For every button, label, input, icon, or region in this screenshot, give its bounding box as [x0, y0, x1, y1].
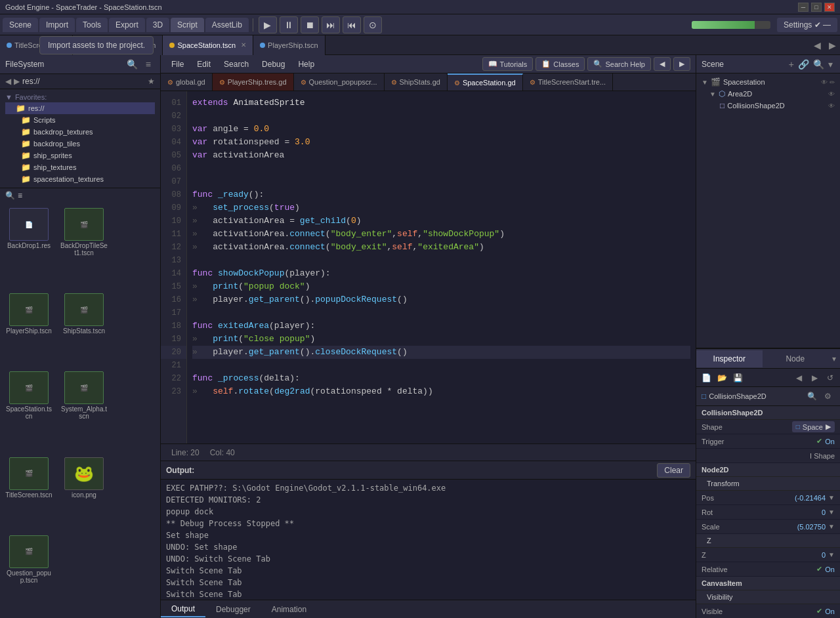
scene-node-area2d[interactable]: ▼ ⬡ Area2D 👁: [696, 88, 840, 100]
file-system-alpha-tscn[interactable]: 🎬 System_Alpha.tscn: [58, 369, 110, 451]
code-editor[interactable]: 01 02 03 04 05 06 07 08 09 10 11 12 13 1…: [161, 91, 696, 443]
pause-button[interactable]: ⏸: [280, 16, 298, 33]
step-over-button[interactable]: ⏭: [322, 16, 340, 33]
scene-add-button[interactable]: +: [787, 59, 796, 70]
file-icon-png[interactable]: 🐸 icon.png: [58, 455, 110, 530]
tab-dot-titlescreen: [7, 43, 12, 48]
code-line-9: » set_process(true): [192, 201, 690, 215]
tab-close-spacestation[interactable]: ✕: [241, 41, 246, 49]
scene-menu-tab[interactable]: Scene: [3, 18, 38, 32]
file-question-popup-tscn[interactable]: 🎬 Question_popup.tscn: [3, 533, 55, 615]
insp-history-button[interactable]: ↺: [823, 371, 837, 385]
list-view-icon[interactable]: ≡: [18, 191, 22, 200]
scene-menu-icon[interactable]: ▾: [826, 59, 835, 70]
file-tab-titlescreen[interactable]: ⚙ TitleScreenStart.tre...: [523, 73, 614, 91]
minimize-button[interactable]: ─: [798, 3, 808, 12]
nav-forward-button[interactable]: ▶: [673, 57, 690, 71]
insp-prev-button[interactable]: ◀: [791, 371, 806, 385]
inspector-more-button[interactable]: ▾: [828, 354, 840, 363]
tab-playership[interactable]: PlayerShip.tscn: [253, 35, 325, 55]
file-menu-item[interactable]: File: [166, 57, 189, 72]
tab-spacestation[interactable]: SpaceStation.tscn ✕: [163, 35, 253, 55]
tools-menu-tab[interactable]: Tools: [76, 18, 108, 32]
inspector-tab-inspector[interactable]: Inspector: [696, 350, 763, 367]
node-vis-spacestation[interactable]: 👁 ✏: [821, 79, 835, 86]
folder-ship-sprites[interactable]: 📁 ship_sprites: [5, 150, 155, 161]
file-titlescreen-tscn[interactable]: 🎬 TitleScreen.tscn: [3, 455, 55, 530]
classes-button[interactable]: 📋 Classes: [536, 57, 585, 71]
shape-dropdown[interactable]: □ Space ▶: [792, 421, 835, 432]
folder-backdrop-textures[interactable]: 📁 backdrop_textures: [5, 126, 155, 138]
filesystem-list-icon[interactable]: ≡: [142, 58, 155, 71]
scene-link-button[interactable]: 🔗: [796, 59, 811, 70]
edit-menu-item[interactable]: Edit: [192, 57, 216, 72]
node-path-search-btn[interactable]: 🔍: [805, 389, 819, 403]
search-menu-item[interactable]: Search: [219, 57, 254, 72]
tutorials-button[interactable]: 📖 Tutorials: [482, 57, 534, 71]
output-tab-output[interactable]: Output: [161, 602, 205, 617]
file-tab-shipstats[interactable]: ⚙ ShipStats.gd: [385, 73, 448, 91]
path-forward-button[interactable]: ▶: [14, 77, 20, 86]
play-button[interactable]: ▶: [259, 16, 277, 33]
step-into-button[interactable]: ⏮: [343, 16, 361, 33]
maximize-button[interactable]: □: [811, 3, 822, 12]
export-menu-tab[interactable]: Export: [109, 18, 145, 32]
stop-button[interactable]: ⏹: [301, 16, 319, 33]
shape-value: Space: [803, 423, 823, 431]
folder-spacestation-textures[interactable]: 📁 spacestation_textures: [5, 173, 155, 185]
folder-scripts[interactable]: 📁 Scripts: [5, 114, 155, 126]
editor-menu: File Edit Search Debug Help 📖 Tutorials …: [161, 55, 696, 73]
favorites-header[interactable]: ▼ Favorites:: [5, 92, 155, 102]
node-vis-area2d[interactable]: 👁: [828, 91, 835, 98]
search-help-button[interactable]: 🔍 Search Help: [587, 57, 651, 71]
prop-relative: Relative ✔ On: [696, 562, 840, 577]
import-menu-tab[interactable]: Import Import assets to the project.: [39, 18, 75, 32]
path-back-button[interactable]: ◀: [5, 77, 11, 86]
output-tab-animation[interactable]: Animation: [261, 602, 317, 617]
folder-backdrop-tiles-label: backdrop_tiles: [33, 140, 80, 148]
output-tab-debugger[interactable]: Debugger: [205, 602, 261, 617]
tab-prev-button[interactable]: ◀: [810, 40, 825, 51]
debug-menu-item[interactable]: Debug: [257, 57, 290, 72]
file-backdroptileset-tscn[interactable]: 🎬 BackDropTileSet1.tscn: [58, 205, 110, 288]
editor-toolbar-right: 📖 Tutorials 📋 Classes 🔍 Search Help ◀ ▶: [482, 57, 690, 71]
favorite-button[interactable]: ★: [148, 77, 155, 86]
insp-save-button[interactable]: 💾: [730, 371, 745, 385]
node-path-settings-btn[interactable]: ⚙: [820, 389, 835, 403]
script-menu-tab[interactable]: Script: [171, 18, 204, 32]
file-shipstats-tscn[interactable]: 🎬 ShipStats.tscn: [58, 291, 110, 366]
clear-button[interactable]: Clear: [657, 463, 690, 478]
assetlib-menu-tab[interactable]: AssetLib: [205, 18, 249, 32]
middle-panel: File Edit Search Debug Help 📖 Tutorials …: [161, 55, 696, 618]
tab-next-button[interactable]: ▶: [825, 40, 840, 51]
settings-button[interactable]: Settings ✔ —: [777, 18, 837, 32]
scene-node-spacestation[interactable]: ▼ 🎬 Spacestation 👁 ✏: [696, 76, 840, 88]
node-vis-collisionshape[interactable]: 👁: [828, 102, 835, 110]
inspector-tab-node[interactable]: Node: [763, 350, 829, 367]
help-menu-item[interactable]: Help: [293, 57, 320, 72]
file-tab-spacestation[interactable]: ⚙ SpaceStation.gd: [448, 73, 523, 91]
file-name-shipstats: ShipStats.tscn: [63, 327, 105, 335]
file-tab-global[interactable]: ⚙ global.gd: [161, 73, 213, 91]
scene-node-collisionshape2d[interactable]: □ CollisionShape2D 👁: [696, 100, 840, 112]
filesystem-search-icon[interactable]: 🔍: [123, 58, 142, 71]
insp-open-button[interactable]: 📂: [715, 371, 729, 385]
insp-next-button[interactable]: ▶: [807, 371, 822, 385]
file-tab-question-popup[interactable]: ⚙ Question_popupscr...: [294, 73, 385, 91]
file-playership-tscn[interactable]: 🎬 PlayerShip.tscn: [3, 291, 55, 366]
insp-new-script-button[interactable]: 📄: [699, 371, 713, 385]
3d-menu-tab[interactable]: 3D: [146, 18, 169, 32]
close-button[interactable]: ✕: [824, 3, 835, 12]
folder-backdrop-tiles[interactable]: 📁 backdrop_tiles: [5, 138, 155, 150]
file-spacestation-tscn[interactable]: 🎬 SpaceStation.tscn: [3, 369, 55, 451]
folder-icon-backdrop-textures: 📁: [21, 127, 31, 136]
expand-icon-spacestation: ▼: [702, 79, 708, 86]
file-backdrop1-res[interactable]: 📄 BackDrop1.res: [3, 205, 55, 288]
favorite-res[interactable]: 📁 res://: [5, 102, 155, 114]
code-content[interactable]: extends AnimatedSprite var angle = 0.0 v…: [187, 91, 696, 443]
scene-search-button[interactable]: 🔍: [811, 59, 826, 70]
live-debug-button[interactable]: ⊙: [364, 16, 382, 33]
nav-back-button[interactable]: ◀: [654, 57, 671, 71]
folder-ship-textures[interactable]: 📁 ship_textures: [5, 161, 155, 173]
file-tab-playership-tres[interactable]: ⚙ PlayerShip.tres.gd: [213, 73, 294, 91]
